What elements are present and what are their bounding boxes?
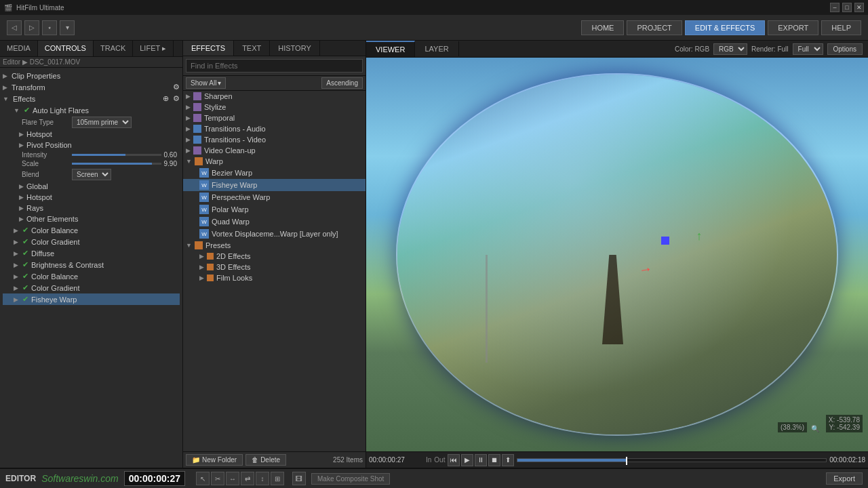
effect-fisheye-warp[interactable]: ▶ ✔ Fisheye Warp (3, 293, 180, 305)
render-select[interactable]: Full (793, 43, 823, 55)
tab-track[interactable]: TRACK (94, 41, 133, 56)
category-transitions-video[interactable]: ▶ Transitions - Video (183, 134, 366, 145)
nav-edit-effects-button[interactable]: EDIT & EFFECTS (685, 20, 765, 35)
effect-fisheye-warp-item[interactable]: W Fisheye Warp (183, 179, 366, 191)
effect-quad-warp[interactable]: W Quad Warp (183, 216, 366, 228)
tab-controls[interactable]: CONTROLS (38, 41, 94, 56)
show-all-button[interactable]: Show All ▾ (186, 77, 226, 89)
global-item[interactable]: ▶ Global (3, 181, 180, 192)
cursor-icon[interactable]: ⬆ (502, 454, 514, 466)
editor-tool-arrow[interactable]: ↖ (196, 472, 210, 485)
delete-button[interactable]: 🗑 Delete (245, 454, 286, 466)
chevron-right-icon: ▶ (186, 115, 191, 121)
nav-back-icon[interactable]: ◁ (7, 20, 22, 35)
category-temporal[interactable]: ▶ Temporal (183, 113, 366, 123)
effect-color-gradient[interactable]: ▶ ✔ Color Gradient (3, 236, 180, 247)
nav-bookmark-icon[interactable]: ⭑ (42, 20, 57, 35)
nav-forward-icon[interactable]: ▷ (24, 20, 39, 35)
maximize-button[interactable]: □ (842, 3, 852, 12)
bezier-warp-label: Bezier Warp (212, 169, 252, 177)
transform-header[interactable]: ▶ Transform ⚙ (3, 81, 180, 93)
category-sharpen[interactable]: ▶ Sharpen (183, 91, 366, 102)
out-label: Out (434, 456, 445, 464)
left-panel-tabs: MEDIA CONTROLS TRACK LIFET ▸ (0, 41, 182, 57)
rays-item[interactable]: ▶ Rays (3, 203, 180, 214)
close-button[interactable]: ✕ (854, 3, 864, 12)
intensity-value: 0.60 (164, 151, 177, 159)
tab-effects[interactable]: EFFECTS (183, 41, 234, 56)
pivot-position-item[interactable]: ▶ Pivot Position (3, 140, 180, 150)
effect-film-looks[interactable]: ▶ Film Looks (183, 272, 366, 283)
effect-vortex-displace[interactable]: W Vortex Displaceme...Warp [Layer only] (183, 228, 366, 240)
minimize-button[interactable]: – (830, 3, 840, 12)
scale-label: Scale (22, 160, 69, 167)
color-select[interactable]: RGB (713, 43, 747, 55)
tab-media[interactable]: MEDIA (0, 41, 38, 56)
category-transitions-audio[interactable]: ▶ Transitions - Audio (183, 123, 366, 134)
top-nav: ◁ ▷ ⭑ ▾ HOME PROJECT EDIT & EFFECTS EXPO… (0, 15, 868, 41)
tab-history[interactable]: HISTORY (270, 41, 320, 56)
tab-layer[interactable]: LAYER (415, 41, 458, 56)
nav-help-button[interactable]: HELP (821, 20, 861, 35)
category-warp[interactable]: ▼ Warp (183, 156, 366, 167)
search-input[interactable] (186, 59, 363, 73)
flare-type-select[interactable]: 105mm prime (72, 117, 132, 128)
composite-shot-icon[interactable]: 🎞 (292, 472, 306, 485)
other-elements-item[interactable]: ▶ Other Elements (3, 214, 180, 224)
editor-tool-razor[interactable]: ✂ (211, 472, 224, 485)
scale-slider[interactable] (72, 163, 161, 165)
nav-menu-icon[interactable]: ▾ (60, 20, 75, 35)
export-button[interactable]: Export (826, 472, 863, 485)
chevron-right-icon: ▶ (3, 84, 7, 91)
effect-bezier-warp[interactable]: W Bezier Warp (183, 167, 366, 179)
category-presets[interactable]: ▼ Presets (183, 240, 366, 251)
hotspot-item[interactable]: ▶ Hotspot (3, 129, 180, 140)
editor-brand: Softwareswin.com (41, 473, 119, 484)
tab-viewer[interactable]: VIEWER (366, 41, 415, 57)
effect-2d-effects[interactable]: ▶ 2D Effects (183, 251, 366, 262)
new-folder-label: New Folder (202, 456, 237, 464)
effect-diffuse[interactable]: ▶ ✔ Diffuse (3, 247, 180, 259)
effect-color-gradient2[interactable]: ▶ ✔ Color Gradient (3, 282, 180, 293)
clip-properties-header[interactable]: ▶ Clip Properties (3, 70, 180, 81)
play-button[interactable]: ▶ (461, 454, 473, 466)
editor-tool-slide[interactable]: ⊞ (271, 472, 284, 485)
effect-auto-light-flares[interactable]: ▼ ✔ Auto Light Flares (3, 104, 180, 116)
hotspot2-item[interactable]: ▶ Hotspot (3, 192, 180, 203)
editor-tool-roll[interactable]: ⇄ (241, 472, 254, 485)
2d-effects-label: 2D Effects (216, 252, 251, 260)
rays-label: Rays (26, 204, 43, 212)
viewer-tabs: VIEWER LAYER Color: RGB RGB Render: Full… (366, 41, 868, 58)
effect-perspective-warp[interactable]: W Perspective Warp (183, 191, 366, 203)
chevron-down-icon: ▼ (186, 158, 192, 165)
category-sharpen-label: Sharpen (204, 92, 233, 100)
go-to-start-button[interactable]: ⏮ (448, 454, 460, 466)
intensity-slider[interactable] (72, 154, 161, 156)
chevron-right-icon: ▶ (14, 273, 18, 280)
chevron-right-icon: ▶ (19, 205, 24, 211)
editor-tool-slip[interactable]: ↕ (256, 472, 269, 485)
stop-button[interactable]: ⏹ (488, 454, 500, 466)
effect-brightness-contrast[interactable]: ▶ ✔ Brightness & Contrast (3, 259, 180, 270)
category-video-cleanup[interactable]: ▶ Video Clean-up (183, 145, 366, 156)
tab-lifet[interactable]: LIFET ▸ (133, 41, 174, 56)
nav-project-button[interactable]: PROJECT (627, 20, 682, 35)
options-button[interactable]: Options (827, 43, 863, 55)
intensity-label: Intensity (22, 151, 69, 159)
editor-tool-ripple[interactable]: ↔ (226, 472, 239, 485)
effect-color-balance[interactable]: ▶ ✔ Color Balance (3, 224, 180, 236)
pause-button[interactable]: ⏸ (475, 454, 487, 466)
new-folder-button[interactable]: 📁 New Folder (186, 454, 243, 466)
tab-text[interactable]: TEXT (234, 41, 270, 56)
nav-home-button[interactable]: HOME (581, 20, 624, 35)
effects-header[interactable]: ▼ Effects ⊕ ⚙ (3, 93, 180, 104)
make-composite-button[interactable]: Make Composite Shot (311, 473, 390, 485)
ascending-button[interactable]: Ascending (321, 77, 363, 89)
effect-color-balance2[interactable]: ▶ ✔ Color Balance (3, 270, 180, 282)
effect-polar-warp[interactable]: W Polar Warp (183, 203, 366, 216)
effect-3d-effects[interactable]: ▶ 3D Effects (183, 262, 366, 272)
category-stylize[interactable]: ▶ Stylize (183, 102, 366, 113)
timeline-scrubber[interactable] (517, 458, 827, 462)
nav-export-button[interactable]: EXPORT (768, 20, 818, 35)
blend-select[interactable]: Screen (72, 169, 111, 180)
